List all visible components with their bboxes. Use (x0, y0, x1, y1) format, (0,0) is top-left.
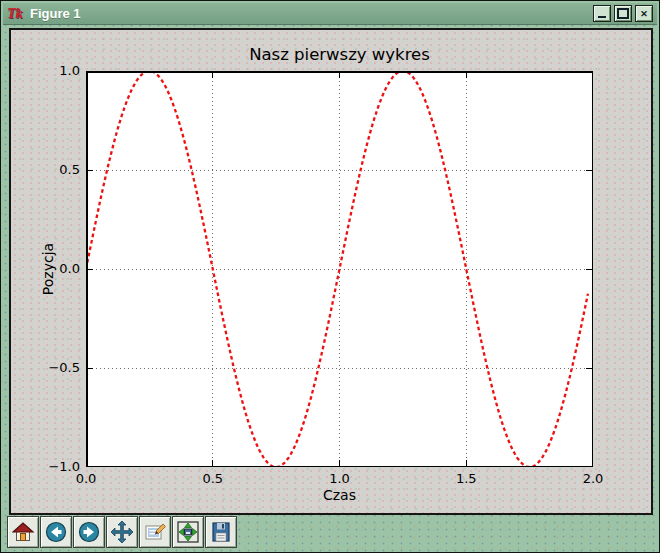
plot-title: Nasz pierwszy wykres (86, 45, 593, 64)
configure-subplots-icon (177, 521, 199, 543)
minimize-icon (598, 16, 606, 18)
pan-icon (111, 521, 133, 543)
y-tick-label: −1.0 (16, 459, 80, 474)
home-button[interactable] (7, 516, 39, 548)
y-tick-label: −0.5 (16, 360, 80, 375)
axes-plot-area (86, 71, 593, 467)
y-tick-label: 0.5 (16, 162, 80, 177)
figure-canvas: Nasz pierwszy wykres Pozycja Czas 0.00.5… (9, 28, 653, 515)
close-button[interactable]: ✕ (635, 5, 653, 22)
x-axis-label: Czas (86, 487, 593, 503)
y-tick-label: 0.0 (16, 261, 80, 276)
save-icon (210, 521, 232, 543)
home-icon (12, 521, 34, 543)
save-button[interactable] (205, 516, 237, 548)
configure-subplots-button[interactable] (172, 516, 204, 548)
window-titlebar[interactable]: Tk Figure 1 ✕ (3, 3, 657, 25)
x-tick-label: 1.0 (318, 471, 362, 486)
back-button[interactable] (40, 516, 72, 548)
window-title: Figure 1 (30, 6, 590, 21)
navigation-toolbar (3, 513, 657, 550)
y-tick-label: 1.0 (16, 63, 80, 78)
back-icon (45, 521, 67, 543)
forward-button[interactable] (73, 516, 105, 548)
x-tick-label: 0.5 (191, 471, 235, 486)
minimize-button[interactable] (593, 5, 611, 22)
maximize-icon (617, 8, 629, 19)
x-tick-label: 1.5 (444, 471, 488, 486)
pan-button[interactable] (106, 516, 138, 548)
zoom-to-rect-icon (144, 521, 166, 543)
tk-logo-icon: Tk (7, 6, 25, 22)
figure-window: Tk Figure 1 ✕ Nasz pierwszy wykres Pozyc… (0, 0, 660, 553)
forward-icon (78, 521, 100, 543)
zoom-to-rect-button[interactable] (139, 516, 171, 548)
x-tick-label: 2.0 (571, 471, 615, 486)
maximize-button[interactable] (614, 5, 632, 22)
